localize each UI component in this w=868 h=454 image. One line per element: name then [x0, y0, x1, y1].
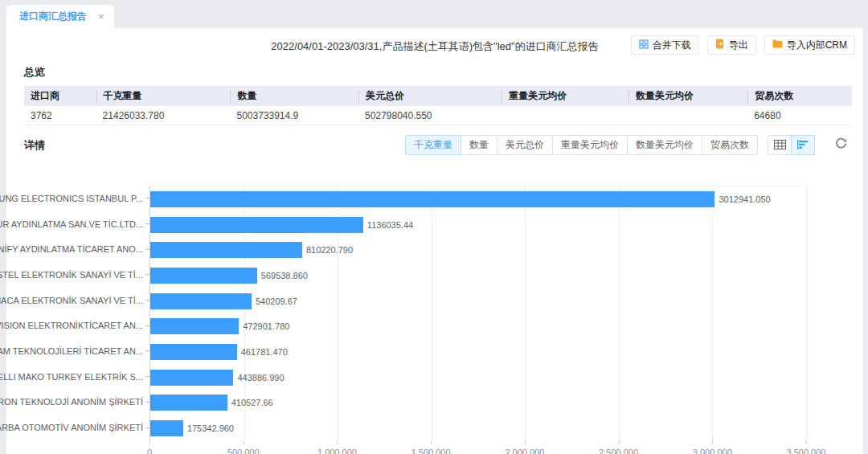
chart-category-label: APRON TEKNOLOJİ ANONİM ŞİRKETİ: [0, 397, 143, 407]
export-icon: [715, 39, 725, 51]
chart-category-label: UĞUR AYDINLATMA SAN.VE TİC.LTD...: [0, 219, 143, 229]
chart-category-row: ATMACA ELEKTRONİK SANAYİ VE Tİ...: [6, 288, 149, 313]
x-axis-tick-label: 1,500,000: [411, 448, 451, 454]
overview-column-header: 贸易次数: [747, 90, 852, 102]
chart-bar-row: 569538.860: [150, 263, 806, 288]
chart-category-row: APRON TEKNOLOJİ ANONİM ŞİRKETİ: [6, 390, 149, 415]
chart-category-row: SİGNİFY AYDINLATMA TİCARET ANO...: [6, 236, 149, 262]
bar-chart-view-icon: [797, 138, 809, 153]
refresh-button[interactable]: [829, 135, 852, 155]
chart-category-row: OSRAM TEKNOLOJİLERİ TİCARET AN...: [6, 338, 149, 364]
detail-controls: 千克重量数量美元总价重量美元均价数量美元均价贸易次数: [405, 135, 852, 155]
chart-category-row: FARBA OTOMOTİV ANONİM ŞİRKETİ: [6, 415, 149, 440]
chart-plot-area: 3012941.0501136035.44810220.790569538.86…: [149, 186, 806, 454]
export-button[interactable]: 导出: [707, 35, 756, 55]
chart-bar-value-label: 540209.67: [256, 297, 297, 306]
table-view-icon: [774, 138, 786, 153]
report-panel: 2022/04/01-2023/03/31,产品描述(土耳其语)包含"led"的…: [6, 28, 863, 454]
metric-button-数量[interactable]: 数量: [461, 135, 497, 155]
chart-bar-value-label: 461781.470: [241, 347, 288, 357]
metric-button-贸易次数[interactable]: 贸易次数: [702, 135, 758, 155]
overview-column-header: 数量美元均价: [628, 90, 747, 102]
overview-column-header: 数量: [230, 90, 358, 102]
x-axis-tick-label: 2,000,000: [505, 448, 544, 454]
chart-bar-value-label: 410527.66: [231, 398, 273, 407]
merge-download-icon: [639, 39, 649, 51]
chart-gridline: [806, 186, 807, 441]
chart-bar-value-label: 810220.790: [306, 245, 353, 255]
tab-import-summary-report[interactable]: 进口商汇总报告 ×: [6, 5, 114, 28]
overview-table-row: 376221426033.7805003733914.9502798040.55…: [24, 106, 852, 125]
metric-button-美元总价[interactable]: 美元总价: [497, 135, 553, 155]
detail-toolbar: 详情 千克重量数量美元总价重量美元均价数量美元均价贸易次数: [6, 135, 863, 155]
merge-download-button[interactable]: 合并下载: [631, 35, 699, 55]
report-header: 2022/04/01-2023/03/31,产品描述(土耳其语)包含"led"的…: [6, 28, 863, 62]
tab-bar: 进口商汇总报告 ×: [0, 0, 868, 28]
x-axis-tick-mark: [431, 441, 432, 444]
close-icon[interactable]: ×: [98, 11, 104, 22]
chart-bar-row: 540209.67: [150, 288, 806, 314]
export-label: 导出: [729, 39, 748, 52]
refresh-icon: [835, 137, 847, 153]
chart-bar-row: 1136035.44: [150, 212, 806, 238]
import-crm-label: 导入内部CRM: [787, 39, 847, 52]
bar-chart-view-button[interactable]: [791, 135, 815, 155]
metric-button-千克重量[interactable]: 千克重量: [405, 135, 461, 155]
chart-bar-row: 461781.470: [150, 339, 806, 365]
chart-category-row: VESTEL ELEKTRONİK SANAYİ VE Tİ...: [6, 262, 149, 288]
chart-bar[interactable]: [150, 344, 237, 360]
chart-category-row: TP VISION ELEKTRONİKTİCARET AN...: [6, 313, 149, 338]
metric-button-数量美元均价[interactable]: 数量美元均价: [627, 135, 702, 155]
chart-bar-value-label: 472901.780: [243, 321, 289, 331]
overview-column-header: 美元总价: [358, 90, 502, 102]
overview-cell: 21426033.780: [96, 110, 231, 121]
chart-bar-row: 810220.790: [150, 237, 806, 263]
overview-table: 进口商千克重量数量美元总价重量美元均价数量美元均价贸易次数 3762214260…: [24, 86, 852, 125]
overview-column-header: 重量美元均价: [502, 90, 628, 102]
chart-bar[interactable]: [150, 318, 239, 334]
table-view-button[interactable]: [768, 135, 792, 155]
x-axis-tick-label: 1,000,000: [317, 448, 357, 454]
overview-cell: 64680: [747, 110, 852, 121]
overview-cell: 3762: [24, 110, 96, 121]
chart-category-row: SAMSUNG ELECTRONICS ISTANBUL P...: [6, 186, 149, 211]
chart-category-label: ATMACA ELEKTRONİK SANAYİ VE Tİ...: [0, 296, 143, 305]
x-axis-tick-mark: [337, 441, 338, 444]
chart-bar-value-label: 3012941.050: [719, 194, 770, 204]
chart-category-label: FARBA OTOMOTİV ANONİM ŞİRKETİ: [0, 423, 143, 432]
x-axis-tick-label: 3,000,000: [693, 448, 732, 454]
chart-bar[interactable]: [150, 242, 302, 258]
chart-bar[interactable]: [150, 268, 257, 284]
chart-category-label: VESTEL ELEKTRONİK SANAYİ VE Tİ...: [0, 270, 143, 280]
x-axis-tick-mark: [525, 441, 526, 444]
chart-bar[interactable]: [150, 217, 363, 233]
chart-category-label: OSRAM TEKNOLOJİLERİ TİCARET AN...: [0, 346, 143, 356]
chart-bar-value-label: 175342.960: [187, 423, 234, 433]
x-axis-tick-mark: [619, 441, 620, 444]
overview-cell: 502798040.550: [358, 110, 502, 121]
chart-x-axis: 0500,0001,000,0001,500,0002,000,0002,500…: [149, 441, 806, 454]
chart-bar[interactable]: [150, 395, 227, 411]
x-axis-tick-mark: [149, 441, 150, 444]
chart-bar[interactable]: [150, 420, 183, 436]
chart-bar-row: 3012941.050: [150, 186, 806, 212]
overview-column-header: 千克重量: [96, 90, 231, 102]
merge-download-label: 合并下载: [653, 39, 691, 52]
chart-bar-row: 443886.990: [150, 365, 806, 391]
chart-bar-value-label: 1136035.44: [367, 220, 413, 230]
import-crm-button[interactable]: 导入内部CRM: [764, 35, 855, 55]
metric-button-重量美元均价[interactable]: 重量美元均价: [552, 135, 628, 155]
view-toggle-group: [768, 135, 815, 155]
overview-cell: 5003733914.9: [230, 110, 358, 121]
chart-bar[interactable]: [150, 370, 233, 386]
overview-section-title: 总览: [24, 65, 863, 80]
chart-bar-row: 472901.780: [150, 313, 806, 339]
chart-bar-value-label: 569538.860: [261, 271, 308, 280]
detail-section-title: 详情: [24, 138, 45, 153]
chart-category-row: MARELLI MAKO TURKEY ELEKTRİK S...: [6, 364, 149, 390]
import-crm-folder-icon: [772, 39, 783, 51]
tab-title: 进口商汇总报告: [19, 10, 87, 23]
x-axis-tick-mark: [712, 441, 713, 444]
chart-bar[interactable]: [150, 293, 252, 309]
chart-bar[interactable]: [150, 191, 714, 207]
